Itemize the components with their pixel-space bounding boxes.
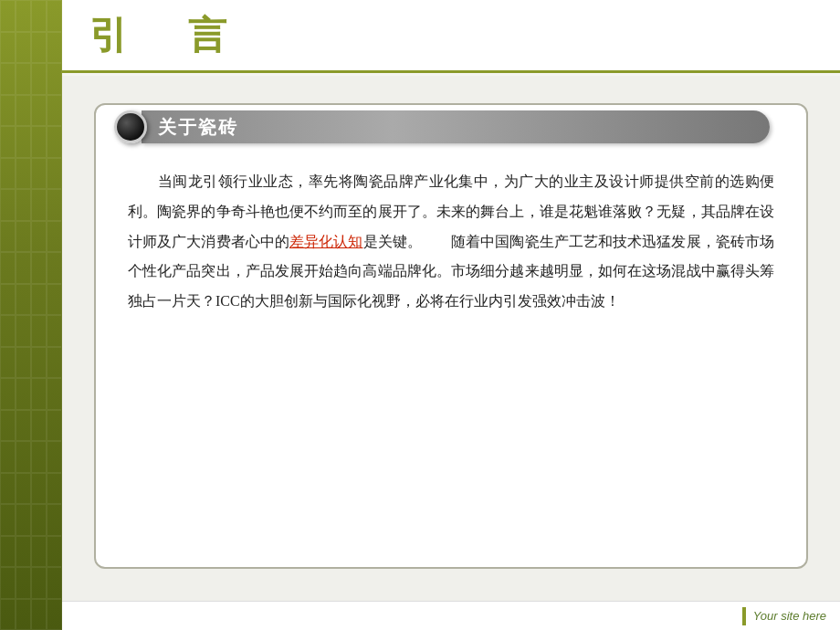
sidebar-cell <box>31 95 47 127</box>
sidebar-cell <box>31 284 47 316</box>
sidebar-cell <box>16 63 31 95</box>
sidebar-cell <box>47 378 62 410</box>
sidebar-cell <box>31 473 47 505</box>
sidebar-cell <box>31 252 47 284</box>
sidebar-cell <box>16 221 31 253</box>
sidebar-cell <box>47 221 62 253</box>
sidebar-cell <box>47 441 62 473</box>
sidebar-cell <box>31 32 47 64</box>
sidebar-grid <box>0 0 62 630</box>
sidebar-cell <box>0 473 16 505</box>
sidebar-cell <box>16 599 31 631</box>
sidebar-cell <box>16 504 31 536</box>
section-header: 关于瓷砖 <box>114 110 770 143</box>
sidebar-cell <box>16 536 31 568</box>
sidebar-cell <box>16 32 31 64</box>
sidebar-cell <box>31 221 47 253</box>
sidebar-cell <box>31 158 47 190</box>
sidebar-cell <box>47 284 62 316</box>
sidebar-cell <box>31 315 47 347</box>
header-ball-icon <box>114 110 147 143</box>
sidebar-cell <box>16 126 31 158</box>
sidebar-cell <box>16 441 31 473</box>
sidebar-cell <box>31 378 47 410</box>
sidebar-cell <box>16 315 31 347</box>
content-box: 关于瓷砖 当闽龙引领行业业态，率先将陶瓷品牌产业化集中，为广大的业主及设计师提供… <box>94 103 808 569</box>
sidebar-cell <box>47 536 62 568</box>
sidebar-cell <box>16 567 31 599</box>
sidebar-cell <box>47 0 62 32</box>
sidebar-cell <box>16 158 31 190</box>
sidebar-cell <box>47 567 62 599</box>
sidebar-cell <box>47 473 62 505</box>
sidebar-cell <box>0 504 16 536</box>
sidebar-cell <box>0 189 16 221</box>
sidebar-cell <box>31 567 47 599</box>
sidebar-cell <box>0 347 16 379</box>
body-text: 当闽龙引领行业业态，率先将陶瓷品牌产业化集中，为广大的业主及设计师提供空前的选购… <box>123 167 779 317</box>
sidebar-cell <box>47 32 62 64</box>
footer-accent <box>742 607 746 625</box>
sidebar-cell <box>0 252 16 284</box>
sidebar-cell <box>0 567 16 599</box>
section-title: 关于瓷砖 <box>158 115 238 140</box>
sidebar-cell <box>47 126 62 158</box>
sidebar-cell <box>31 347 47 379</box>
sidebar-cell <box>0 126 16 158</box>
sidebar-cell <box>47 95 62 127</box>
site-url: Your site here <box>753 609 826 623</box>
sidebar-cell <box>16 347 31 379</box>
sidebar-cell <box>0 599 16 631</box>
sidebar-cell <box>0 315 16 347</box>
sidebar-cell <box>47 599 62 631</box>
sidebar-cell <box>16 410 31 442</box>
sidebar-cell <box>0 0 16 32</box>
header-bar: 关于瓷砖 <box>142 110 770 143</box>
sidebar-cell <box>0 284 16 316</box>
sidebar-cell <box>31 441 47 473</box>
sidebar-cell <box>16 473 31 505</box>
sidebar-cell <box>16 378 31 410</box>
highlight-text: 差异化认知 <box>289 234 362 249</box>
sidebar-cell <box>0 32 16 64</box>
sidebar-cell <box>16 0 31 32</box>
sidebar-cell <box>31 63 47 95</box>
sidebar-cell <box>47 315 62 347</box>
sidebar-cell <box>0 410 16 442</box>
sidebar-cell <box>47 410 62 442</box>
sidebar-cell <box>0 378 16 410</box>
sidebar-cell <box>47 347 62 379</box>
sidebar-cell <box>47 158 62 190</box>
sidebar-cell <box>0 536 16 568</box>
sidebar-cell <box>31 504 47 536</box>
sidebar-cell <box>31 536 47 568</box>
sidebar-cell <box>16 252 31 284</box>
sidebar-cell <box>0 95 16 127</box>
left-sidebar <box>0 0 62 630</box>
sidebar-cell <box>16 189 31 221</box>
sidebar-cell <box>0 63 16 95</box>
top-header: 引 言 <box>62 0 840 73</box>
sidebar-cell <box>47 189 62 221</box>
sidebar-cell <box>31 126 47 158</box>
sidebar-cell <box>47 252 62 284</box>
sidebar-cell <box>0 221 16 253</box>
page-title: 引 言 <box>89 10 237 61</box>
sidebar-cell <box>31 0 47 32</box>
sidebar-cell <box>31 599 47 631</box>
sidebar-cell <box>0 441 16 473</box>
main-content: 关于瓷砖 当闽龙引领行业业态，率先将陶瓷品牌产业化集中，为广大的业主及设计师提供… <box>62 76 840 630</box>
sidebar-cell <box>31 189 47 221</box>
sidebar-cell <box>47 63 62 95</box>
sidebar-cell <box>47 504 62 536</box>
sidebar-cell <box>16 95 31 127</box>
footer: Your site here <box>62 601 840 630</box>
sidebar-cell <box>31 410 47 442</box>
sidebar-cell <box>16 284 31 316</box>
sidebar-cell <box>0 158 16 190</box>
